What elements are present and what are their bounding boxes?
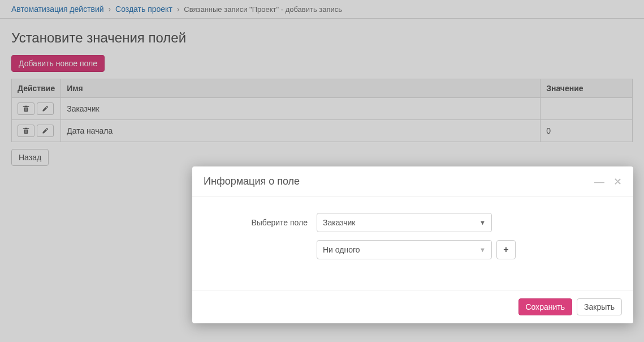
field-info-modal: Информация о поле — ✕ Выберите поле Зака… [192, 166, 633, 323]
field-select-label: Выберите поле [204, 218, 317, 227]
modal-title: Информация о поле [204, 176, 300, 187]
modal-header: Информация о поле — ✕ [192, 166, 633, 197]
field-select-value: Заказчик [323, 218, 356, 227]
minimize-icon[interactable]: — [594, 177, 604, 187]
caret-down-icon: ▼ [479, 246, 486, 253]
modal-body: Выберите поле Заказчик ▼ Ни одного ▼ + [192, 197, 633, 290]
close-button[interactable]: Закрыть [577, 298, 622, 315]
plus-icon: + [503, 245, 508, 255]
field-select[interactable]: Заказчик ▼ [317, 213, 492, 232]
caret-down-icon: ▼ [479, 219, 486, 226]
save-button[interactable]: Сохранить [518, 298, 573, 315]
value-select[interactable]: Ни одного ▼ [317, 240, 492, 259]
add-value-button[interactable]: + [496, 240, 516, 259]
value-select-value: Ни одного [323, 245, 360, 254]
modal-footer: Сохранить Закрыть [192, 290, 633, 323]
close-icon[interactable]: ✕ [613, 177, 622, 187]
